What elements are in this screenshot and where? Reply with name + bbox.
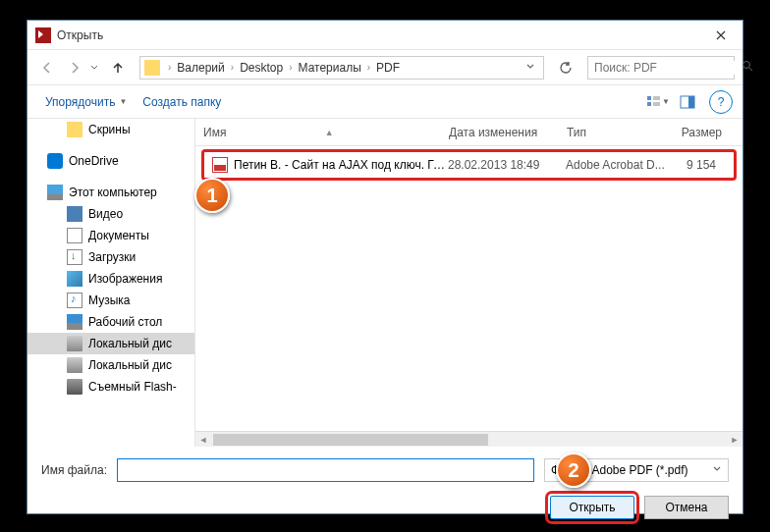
sidebar-item[interactable]: Загрузки — [28, 246, 194, 268]
breadcrumb-item[interactable]: PDF — [374, 61, 402, 75]
open-dialog: Открыть › Валерий › Desktop › Материалы … — [27, 20, 743, 514]
help-icon: ? — [718, 95, 725, 109]
chevron-down-icon: ▼ — [119, 97, 127, 106]
sidebar-item[interactable]: Изображения — [28, 268, 194, 290]
file-list: Петин В. - Сайт на AJAX под ключ. Гот...… — [195, 146, 742, 431]
sidebar-item[interactable]: Музыка — [28, 290, 194, 311]
onedrive-icon — [47, 153, 63, 169]
open-button[interactable]: Открыть — [550, 496, 634, 519]
new-folder-button[interactable]: Создать папку — [135, 91, 229, 113]
horizontal-scrollbar[interactable]: ◄ ► — [195, 431, 742, 447]
chevron-right-icon: › — [227, 62, 238, 73]
titlebar: Открыть — [28, 21, 742, 50]
col-name[interactable]: Имя▲ — [195, 126, 441, 139]
scroll-left-button[interactable]: ◄ — [195, 432, 211, 448]
new-folder-label: Создать папку — [142, 95, 221, 109]
column-headers: Имя▲ Дата изменения Тип Размер — [195, 119, 742, 146]
sidebar-item[interactable]: Скрины — [28, 119, 194, 140]
sidebar-item[interactable]: Документы — [28, 225, 194, 246]
breadcrumb-item[interactable]: Desktop — [238, 61, 285, 75]
disk-icon — [67, 336, 82, 351]
refresh-button[interactable] — [554, 56, 578, 80]
sidebar-item[interactable]: Рабочий стол — [28, 311, 194, 333]
arrow-up-icon — [111, 61, 125, 75]
file-row[interactable]: Петин В. - Сайт на AJAX под ключ. Гот...… — [201, 149, 737, 181]
up-button[interactable] — [106, 56, 130, 80]
svg-rect-4 — [688, 96, 694, 108]
sidebar-item[interactable]: Локальный дис — [28, 333, 194, 354]
toolbar: Упорядочить ▼ Создать папку ▼ ? — [28, 85, 742, 119]
sidebar-item[interactable]: Съемный Flash- — [28, 376, 194, 398]
sidebar-item[interactable]: Локальный дис — [28, 354, 194, 376]
svg-rect-2 — [647, 102, 651, 106]
pdf-file-icon — [212, 157, 228, 173]
file-name: Петин В. - Сайт на AJAX под ключ. Гот... — [234, 158, 448, 172]
window-title: Открыть — [57, 28, 698, 42]
sidebar-item[interactable]: Этот компьютер — [28, 182, 194, 203]
filename-input[interactable] — [117, 458, 534, 482]
organize-label: Упорядочить — [45, 95, 115, 109]
annotation-callout-2: 2 — [556, 452, 591, 488]
sort-asc-icon: ▲ — [325, 128, 334, 137]
button-row: Открыть Отмена — [41, 496, 729, 519]
sidebar-item-label: Музыка — [88, 293, 130, 307]
pc-icon — [47, 185, 63, 200]
sidebar-item[interactable]: OneDrive — [28, 150, 194, 172]
nav-row: › Валерий › Desktop › Материалы › PDF — [28, 50, 742, 85]
search-box[interactable] — [587, 56, 735, 80]
sidebar-item-label: OneDrive — [69, 154, 119, 168]
filename-label: Имя файла: — [41, 463, 107, 477]
sidebar-item-label: Локальный дис — [88, 337, 172, 350]
file-size: 9 154 — [674, 158, 734, 172]
back-button[interactable] — [35, 56, 59, 80]
chevron-right-icon: › — [285, 62, 296, 73]
history-dropdown[interactable] — [90, 61, 102, 75]
breadcrumb[interactable]: › Валерий › Desktop › Материалы › PDF — [139, 56, 544, 80]
folder-icon — [144, 60, 160, 76]
sidebar-item-label: Скрины — [88, 123, 131, 136]
sidebar-item-label: Рабочий стол — [88, 315, 162, 329]
images-icon — [67, 271, 82, 287]
help-button[interactable]: ? — [709, 90, 733, 114]
col-size[interactable]: Размер — [667, 126, 742, 139]
close-icon — [716, 30, 726, 40]
forward-button[interactable] — [63, 56, 86, 80]
search-icon — [742, 60, 753, 75]
arrow-right-icon — [68, 61, 82, 75]
scroll-thumb[interactable] — [213, 434, 488, 446]
col-date[interactable]: Дата изменения — [441, 126, 559, 139]
app-icon — [35, 27, 51, 43]
docs-icon — [67, 228, 82, 243]
file-area: Имя▲ Дата изменения Тип Размер Петин В. … — [194, 119, 742, 447]
footer: Имя файла: Файлы Adobe PDF (*.pdf) Откры… — [28, 447, 742, 531]
chevron-down-icon: ▼ — [662, 97, 670, 106]
sidebar-item-label: Локальный дис — [88, 358, 172, 372]
col-type[interactable]: Тип — [559, 126, 667, 139]
search-input[interactable] — [594, 61, 742, 75]
cancel-button[interactable]: Отмена — [644, 496, 729, 519]
chevron-right-icon: › — [363, 62, 374, 73]
sidebar-item-label: Документы — [88, 229, 149, 242]
sidebar-item[interactable]: Видео — [28, 203, 194, 225]
disk-icon — [67, 357, 82, 373]
scroll-right-button[interactable]: ► — [727, 432, 742, 448]
sidebar-item-label: Съемный Flash- — [88, 380, 177, 394]
file-type: Adobe Acrobat D... — [566, 158, 674, 172]
breadcrumb-dropdown[interactable] — [522, 61, 539, 75]
chevron-right-icon: › — [164, 62, 175, 73]
sidebar-item-label: Загрузки — [88, 250, 136, 264]
downloads-icon — [67, 249, 82, 265]
organize-button[interactable]: Упорядочить ▼ — [37, 91, 135, 113]
chevron-down-icon — [90, 64, 98, 72]
close-button[interactable] — [698, 21, 742, 50]
list-view-icon — [646, 95, 662, 109]
svg-point-0 — [743, 62, 750, 69]
view-mode-button[interactable]: ▼ — [644, 90, 672, 114]
refresh-icon — [559, 61, 573, 75]
breadcrumb-item[interactable]: Материалы — [297, 61, 363, 75]
preview-pane-icon — [680, 95, 695, 109]
preview-pane-button[interactable] — [674, 90, 701, 114]
sidebar: СкриныOneDriveЭтот компьютерВидеоДокумен… — [28, 119, 194, 447]
breadcrumb-item[interactable]: Валерий — [175, 61, 226, 75]
music-icon — [67, 293, 82, 308]
